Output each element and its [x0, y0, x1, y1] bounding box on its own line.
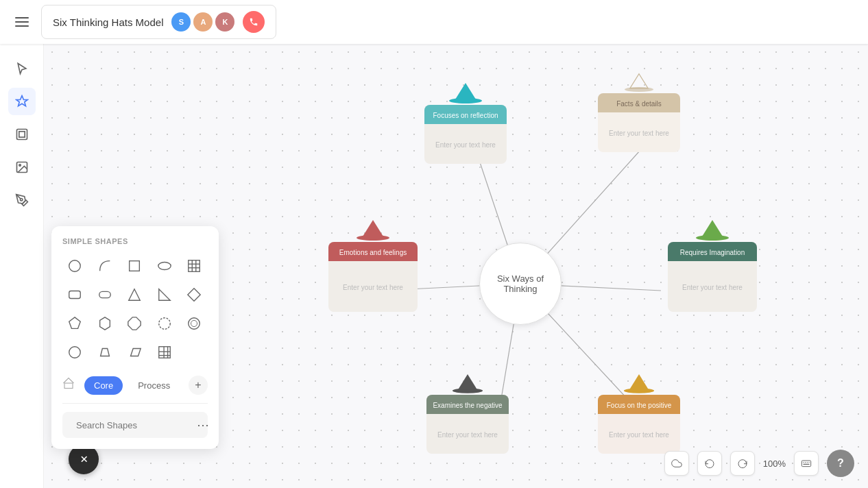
shape-hexagon[interactable]: [93, 311, 117, 336]
black-node-text: Enter your text here: [437, 431, 498, 439]
red-node-text: Enter your text here: [343, 284, 403, 291]
svg-marker-18: [702, 220, 723, 236]
shape-square[interactable]: [122, 254, 147, 278]
blue-node-label: Focuses on reflection: [433, 112, 498, 119]
cloud-save-button[interactable]: [664, 451, 689, 476]
svg-rect-50: [64, 383, 73, 389]
shape-grid[interactable]: [152, 340, 177, 365]
svg-rect-52: [801, 461, 810, 467]
svg-marker-34: [159, 289, 171, 301]
yellow-hat-icon: [623, 373, 655, 393]
svg-rect-0: [16, 130, 27, 140]
shapes-section-title: SIMPLE SHAPES: [62, 237, 208, 245]
shape-circle2[interactable]: [62, 340, 87, 365]
svg-point-13: [625, 87, 653, 92]
node-black[interactable]: Examines the negative Enter your text he…: [426, 373, 509, 454]
menu-button[interactable]: [11, 11, 33, 33]
svg-point-40: [189, 318, 200, 330]
svg-point-39: [159, 318, 171, 330]
avatar-3[interactable]: K: [215, 12, 234, 32]
svg-marker-16: [363, 220, 383, 236]
tool-shapes[interactable]: [8, 88, 36, 115]
help-button[interactable]: ?: [827, 450, 854, 477]
zoom-level: 100%: [763, 459, 786, 469]
svg-marker-20: [458, 374, 477, 389]
shape-octagon[interactable]: [122, 311, 147, 336]
more-options-button[interactable]: ⋯: [197, 417, 209, 432]
document-title: Six Thinking Hats Model: [53, 16, 163, 28]
blue-hat-icon: [448, 82, 483, 103]
tab-process[interactable]: Process: [128, 376, 180, 395]
yellow-node-text: Enter your text here: [609, 431, 669, 439]
shape-stadium[interactable]: [93, 282, 117, 307]
svg-rect-31: [69, 291, 81, 299]
svg-point-41: [191, 320, 197, 326]
shape-diamond[interactable]: [182, 282, 206, 307]
shape-circle-outline[interactable]: [152, 311, 177, 336]
search-input[interactable]: [76, 420, 191, 430]
shape-ellipse[interactable]: [152, 254, 177, 278]
svg-marker-37: [99, 317, 110, 330]
svg-marker-44: [131, 349, 141, 356]
shape-decagon[interactable]: [182, 311, 206, 336]
shapes-grid: [62, 254, 208, 365]
svg-point-3: [19, 164, 20, 167]
fab-icon: +: [74, 450, 93, 468]
shape-parallelogram[interactable]: [122, 340, 147, 365]
green-node-label: Requires Imagination: [680, 249, 745, 256]
white-hat-icon: [624, 73, 654, 92]
tab-shapes-icon[interactable]: [62, 377, 79, 393]
menu-icon: [15, 17, 29, 27]
white-node-text: Enter your text here: [609, 130, 669, 137]
redo-button[interactable]: [730, 451, 755, 476]
tool-frame[interactable]: [8, 121, 36, 148]
black-node-label: Examines the negative: [433, 402, 502, 409]
shape-triangle[interactable]: [122, 282, 147, 307]
svg-point-25: [158, 263, 171, 270]
avatars-group: S A K: [171, 12, 234, 32]
node-green[interactable]: Requires Imagination Enter your text her…: [668, 219, 757, 312]
white-node-label: Facts & details: [616, 100, 662, 108]
svg-marker-35: [188, 289, 200, 301]
tool-draw[interactable]: [8, 186, 36, 214]
shape-table[interactable]: [182, 254, 206, 278]
red-hat-icon: [356, 219, 390, 241]
svg-marker-33: [129, 289, 141, 301]
shape-circle[interactable]: [62, 254, 87, 278]
header: Six Thinking Hats Model S A K: [0, 0, 868, 44]
tool-select[interactable]: [8, 55, 36, 82]
svg-rect-24: [130, 261, 140, 271]
undo-button[interactable]: [697, 451, 722, 476]
red-node-label: Emotions and feelings: [339, 249, 407, 256]
avatar-1[interactable]: S: [171, 12, 191, 32]
svg-marker-43: [100, 349, 109, 356]
green-hat-icon: [695, 219, 730, 241]
keyboard-shortcuts-button[interactable]: [794, 451, 819, 476]
svg-marker-36: [69, 317, 81, 329]
panel-tabs: Core Process +: [62, 376, 208, 404]
center-node: Six Ways of Thinking: [479, 243, 562, 325]
call-button[interactable]: [243, 11, 265, 33]
tab-core[interactable]: Core: [84, 376, 123, 395]
blue-node-text: Enter your text here: [435, 141, 496, 149]
node-white[interactable]: Facts & details Enter your text here: [598, 73, 680, 152]
shape-rounded-rect[interactable]: [62, 282, 87, 307]
green-node-text: Enter your text here: [682, 284, 743, 291]
avatar-2[interactable]: A: [193, 12, 213, 32]
shape-trapezoid[interactable]: [93, 340, 117, 365]
add-tab-button[interactable]: +: [189, 376, 208, 395]
svg-marker-38: [128, 317, 141, 330]
shape-arc[interactable]: [93, 254, 117, 278]
svg-marker-14: [630, 74, 648, 88]
shape-right-triangle[interactable]: [152, 282, 177, 307]
yellow-node-label: Focus on the positive: [607, 402, 672, 409]
left-toolbar: [0, 44, 44, 488]
tool-image[interactable]: [8, 154, 36, 181]
shape-pentagon[interactable]: [62, 311, 87, 336]
node-red[interactable]: Emotions and feelings Enter your text he…: [328, 219, 418, 312]
svg-rect-32: [99, 291, 110, 297]
svg-marker-12: [455, 83, 476, 99]
node-blue[interactable]: Focuses on reflection Enter your text he…: [424, 82, 507, 164]
node-yellow[interactable]: Focus on the positive Enter your text he…: [598, 373, 680, 454]
svg-point-4: [20, 199, 22, 201]
